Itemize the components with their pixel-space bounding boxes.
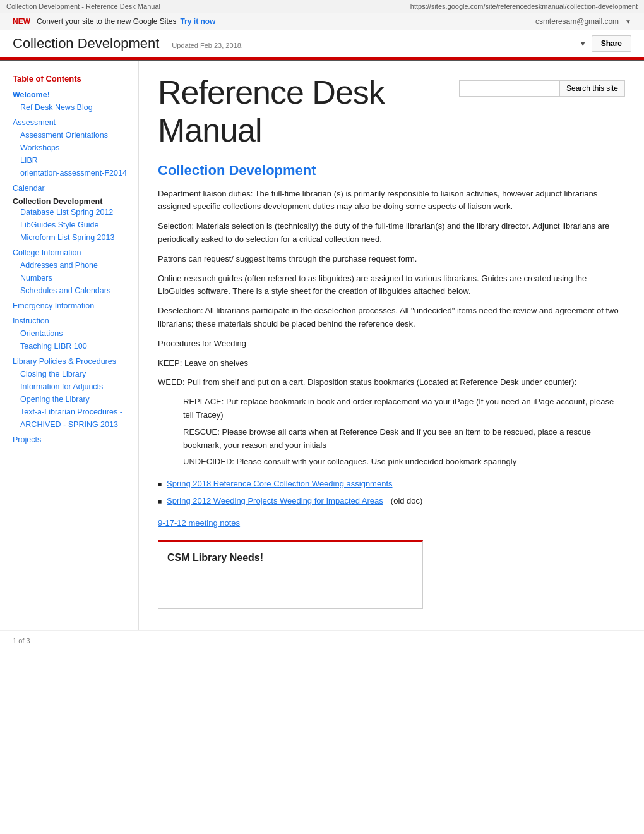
site-updated: Updated Feb 23, 2018, — [172, 42, 243, 49]
sidebar-item-college-info[interactable]: College Information — [13, 246, 132, 259]
sidebar-item-instruction[interactable]: Instruction — [13, 315, 132, 327]
site-header-left: Collection Development Updated Feb 23, 2… — [13, 35, 243, 52]
site-title[interactable]: Collection Development — [13, 35, 159, 52]
user-dropdown-icon[interactable]: ▼ — [625, 18, 631, 25]
replace-indent: REPLACE: Put replace bookmark in book an… — [183, 396, 625, 422]
sidebar-item-database-list[interactable]: Database List Spring 2012 — [20, 206, 132, 219]
sidebar-item-library-policies[interactable]: Library Policies & Procedures — [13, 355, 132, 368]
header-right: ▼ Share — [580, 35, 631, 52]
sidebar-item-teaching-libr[interactable]: Teaching LIBR 100 — [20, 340, 132, 353]
tab-title: Collection Development - Reference Desk … — [6, 3, 160, 10]
old-doc-label: (old doc) — [391, 495, 423, 508]
procedures-heading: Procedures for Weeding — [158, 337, 625, 351]
rescue-indent: RESCUE: Please browse all carts when at … — [183, 426, 625, 452]
top-bar-right: csmteresam@gmail.com ▼ — [535, 17, 631, 26]
paragraph-selection: Selection: Materials selection is (techn… — [158, 220, 625, 246]
weeding-links-list: Spring 2018 Reference Core Collection We… — [158, 478, 625, 508]
sidebar-item-emergency[interactable]: Emergency Information — [13, 299, 132, 312]
top-bar-left: NEW Convert your site to the new Google … — [13, 17, 215, 26]
dropdown-icon[interactable]: ▼ — [580, 40, 587, 47]
convert-text: Convert your site to the new Google Site… — [37, 17, 176, 26]
keep-line: KEEP: Leave on shelves — [158, 357, 625, 370]
sidebar-item-orientations[interactable]: Orientations — [20, 327, 132, 340]
sidebar-item-assessment[interactable]: Assessment — [13, 116, 132, 129]
page-title: Reference DeskManual — [158, 74, 385, 150]
browser-chrome: Collection Development - Reference Desk … — [0, 0, 644, 13]
page-title-area: Reference DeskManual Search this site — [158, 74, 625, 150]
paragraph-deselection: Deselection: All librarians participate … — [158, 305, 625, 331]
page-indicator: 1 of 3 — [13, 637, 30, 644]
page-container: Table of Contents Welcome! Ref Desk News… — [0, 61, 644, 630]
search-input[interactable] — [459, 80, 560, 97]
spring-2018-weeding-link[interactable]: Spring 2018 Reference Core Collection We… — [167, 478, 392, 491]
meeting-notes-link[interactable]: 9-17-12 meeting notes — [158, 517, 625, 530]
sidebar-item-libr[interactable]: LIBR — [20, 154, 132, 167]
sidebar-item-schedules[interactable]: Schedules and Calendars — [20, 284, 132, 297]
main-content: Reference DeskManual Search this site Co… — [139, 61, 644, 630]
sidebar-item-closing[interactable]: Closing the Library — [20, 368, 132, 380]
csm-box-content — [158, 571, 422, 608]
weed-line: WEED: Pull from shelf and put on a cart.… — [158, 376, 625, 389]
footer: 1 of 3 — [0, 630, 644, 651]
sidebar-item-ref-desk-news[interactable]: Ref Desk News Blog — [20, 101, 132, 114]
sidebar-item-libguides-style[interactable]: LibGuides Style Guide — [20, 219, 132, 231]
sidebar: Table of Contents Welcome! Ref Desk News… — [0, 61, 139, 630]
section-heading: Collection Development — [158, 162, 625, 179]
sidebar-item-orientation-assessment[interactable]: orientation-assessment-F2014 — [20, 167, 132, 179]
csm-box: CSM Library Needs! — [158, 540, 423, 610]
sidebar-item-assessment-orientations[interactable]: Assessment Orientations Workshops — [20, 129, 132, 154]
undecided-indent: UNDECIDED: Please consult with your coll… — [183, 456, 625, 469]
sidebar-item-welcome[interactable]: Welcome! — [13, 88, 132, 101]
share-button[interactable]: Share — [592, 35, 631, 52]
paragraph-liaison: Department liaison duties: The full-time… — [158, 188, 625, 214]
csm-box-title: CSM Library Needs! — [158, 542, 422, 571]
paragraph-patrons: Patrons can request/ suggest items throu… — [158, 253, 625, 266]
top-bar: NEW Convert your site to the new Google … — [0, 13, 644, 30]
spring-2012-weeding-link[interactable]: Spring 2012 Weeding Projects Weeding for… — [167, 495, 383, 508]
toc-title: Table of Contents — [13, 74, 132, 83]
try-it-now-link[interactable]: Try it now — [180, 17, 215, 26]
sidebar-item-collection-development: Collection Development — [13, 197, 132, 206]
paragraph-online-guides: Online research guides (often referred t… — [158, 272, 625, 299]
search-button[interactable]: Search this site — [560, 80, 625, 97]
sidebar-item-calendar[interactable]: Calendar — [13, 182, 132, 195]
search-area: Search this site — [459, 80, 625, 97]
site-header: Collection Development Updated Feb 23, 2… — [0, 30, 644, 57]
new-badge: NEW — [13, 17, 30, 26]
weeding-link-item-2: Spring 2012 Weeding Projects Weeding for… — [158, 495, 625, 508]
sidebar-item-text-librarian[interactable]: Text-a-Librarian Procedures -ARCHIVED - … — [20, 406, 132, 431]
sidebar-item-microform-list[interactable]: Microform List Spring 2013 — [20, 231, 132, 244]
sidebar-item-info-adjuncts[interactable]: Information for Adjuncts — [20, 380, 132, 393]
page-title-text: Reference DeskManual — [158, 74, 385, 150]
content-body: Department liaison duties: The full-time… — [158, 188, 625, 610]
sidebar-item-projects[interactable]: Projects — [13, 433, 132, 446]
url-bar: https://sites.google.com/site/referenced… — [410, 3, 638, 10]
user-email[interactable]: csmteresam@gmail.com — [535, 17, 619, 26]
weeding-link-item-1: Spring 2018 Reference Core Collection We… — [158, 478, 625, 491]
sidebar-item-addresses[interactable]: Addresses and Phone Numbers — [20, 259, 132, 284]
sidebar-item-opening[interactable]: Opening the Library — [20, 393, 132, 406]
